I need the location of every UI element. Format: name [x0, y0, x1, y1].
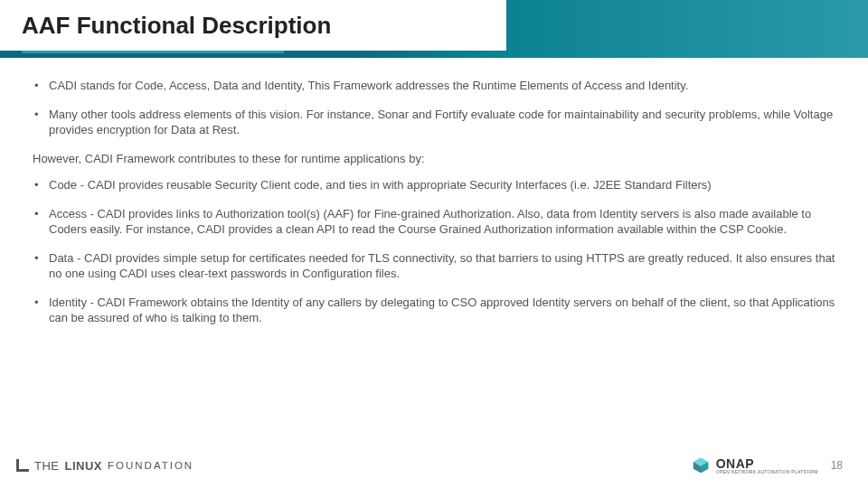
- top-bullet-list: CADI stands for Code, Access, Data and I…: [33, 78, 837, 138]
- footer-right: ONAP OPEN NETWORK AUTOMATION PLATFORM 18: [691, 455, 843, 475]
- onap-text: ONAP OPEN NETWORK AUTOMATION PLATFORM: [716, 457, 818, 474]
- list-item: Data - CADI provides simple setup for ce…: [33, 250, 837, 282]
- intro-paragraph: However, CADI Framework contributes to t…: [33, 151, 837, 167]
- onap-small-text: OPEN NETWORK AUTOMATION PLATFORM: [716, 470, 818, 474]
- onap-logo: ONAP OPEN NETWORK AUTOMATION PLATFORM: [691, 455, 818, 475]
- title-underline: [22, 51, 284, 53]
- lf-text-the: THE: [34, 459, 60, 473]
- page-number: 18: [831, 459, 843, 472]
- slide-body: CADI stands for Code, Access, Data and I…: [0, 58, 868, 488]
- title-container: AAF Functional Description: [0, 0, 506, 51]
- linux-foundation-logo: THE LINUX FOUNDATION: [16, 459, 193, 473]
- header-band: AAF Functional Description: [0, 0, 868, 58]
- slide: AAF Functional Description CADI stands f…: [0, 0, 868, 488]
- bottom-bullet-list: Code - CADI provides reusable Security C…: [33, 177, 837, 326]
- footer: THE LINUX FOUNDATION ONAP OPEN NETWORK A…: [0, 448, 868, 488]
- list-item: Many other tools address elements of thi…: [33, 107, 837, 138]
- list-item: Code - CADI provides reusable Security C…: [33, 177, 837, 193]
- lf-text-linux: LINUX: [65, 459, 103, 473]
- onap-mark-icon: [691, 455, 711, 475]
- onap-big-text: ONAP: [716, 457, 818, 470]
- lf-mark-icon: [16, 459, 29, 472]
- list-item: Identity - CADI Framework obtains the Id…: [33, 295, 837, 326]
- slide-title: AAF Functional Description: [22, 12, 331, 40]
- list-item: Access - CADI provides links to Authoriz…: [33, 206, 837, 238]
- lf-text-foundation: FOUNDATION: [108, 460, 193, 471]
- list-item: CADI stands for Code, Access, Data and I…: [33, 78, 837, 94]
